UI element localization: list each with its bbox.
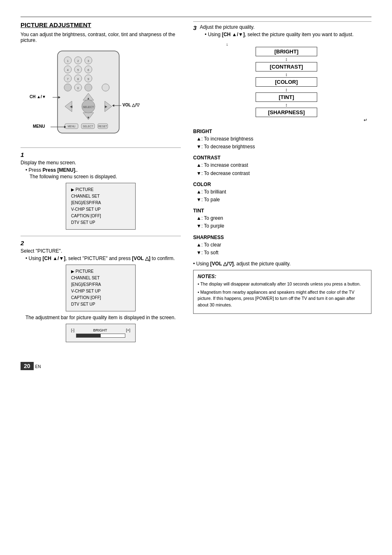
svg-text:6: 6 bbox=[88, 69, 89, 71]
menu-item-caption: CAPTION [OFF] bbox=[71, 213, 130, 219]
pq-arrow4: ↕ bbox=[285, 102, 288, 107]
svg-text:1: 1 bbox=[67, 60, 69, 62]
step2-text: Select "PICTURE". bbox=[21, 248, 181, 254]
top-divider bbox=[21, 16, 371, 17]
step3-number: 3 bbox=[193, 24, 196, 31]
vol-adjust-line: • Using [VOL △/▽], adjust the picture qu… bbox=[193, 261, 371, 267]
svg-text:7: 7 bbox=[67, 78, 69, 81]
svg-text:▶: ▶ bbox=[105, 105, 108, 108]
page-number: 20 bbox=[21, 362, 34, 370]
note1: • The display will disappear automatical… bbox=[198, 281, 367, 288]
svg-text:9: 9 bbox=[88, 78, 89, 81]
step1-text: Display the menu screen. bbox=[21, 160, 181, 166]
svg-text:5: 5 bbox=[77, 69, 79, 71]
adj-bar-labels: [-] BRIGHT [+] bbox=[71, 328, 130, 332]
step2-divider bbox=[21, 236, 181, 236]
step3-text: Adjust the picture quality. bbox=[200, 24, 353, 30]
sharpness-heading: SHARPNESS bbox=[193, 235, 371, 240]
sharpness-up: ▲: To clear bbox=[196, 241, 371, 249]
page-num-area: 20 EN bbox=[21, 362, 371, 370]
remote-diagram: 1 2 3 4 5 6 7 8 9 bbox=[21, 49, 148, 139]
svg-text:VOL △/▽: VOL △/▽ bbox=[122, 103, 140, 107]
pq-box-color: [COLOR] bbox=[256, 77, 317, 87]
svg-text:MENU: MENU bbox=[33, 124, 45, 129]
svg-text:4: 4 bbox=[67, 69, 69, 71]
adj-bar-left: [-] bbox=[71, 328, 74, 332]
contrast-heading: CONTRAST bbox=[193, 155, 371, 161]
tint-heading: TINT bbox=[193, 208, 371, 214]
right-column: 3 Adjust the picture quality. • Using [C… bbox=[193, 21, 371, 345]
menu-item-vchip: V-CHIP SET UP bbox=[71, 206, 130, 213]
page-lang: EN bbox=[35, 364, 41, 369]
pq-box-tint: [TINT] bbox=[256, 92, 317, 102]
pq-diagram: ↓ [BRIGHT] ↕ [CONTRAST] ↕ [COLOR] ↕ [TIN… bbox=[201, 41, 371, 123]
tint-up: ▲: To green bbox=[196, 214, 371, 222]
bright-heading: BRIGHT bbox=[193, 129, 371, 134]
menu-item-channel: CHANNEL SET bbox=[71, 193, 130, 200]
contrast-section: CONTRAST ▲: To increase contrast ▼: To d… bbox=[193, 155, 371, 177]
step2-menu-picture: ▶ PICTURE bbox=[71, 268, 130, 275]
pq-arrow2: ↕ bbox=[285, 72, 288, 77]
pq-return-arrow: ↵ bbox=[364, 117, 367, 123]
tint-down: ▼: To purple bbox=[196, 222, 371, 230]
step2-menu-channel: CHANNEL SET bbox=[71, 275, 130, 281]
step1-divider bbox=[21, 147, 181, 148]
svg-text:▼: ▼ bbox=[87, 116, 90, 120]
intro-text: You can adjust the brightness, contrast,… bbox=[21, 32, 181, 43]
step2-number: 2 bbox=[21, 240, 181, 246]
svg-text:RESET: RESET bbox=[98, 125, 107, 128]
contrast-up: ▲: To increase contrast bbox=[196, 161, 371, 169]
step2-menu-lang: [ENG]/ESP/FRA bbox=[71, 281, 130, 288]
color-section: COLOR ▲: To brilliant ▼: To pale bbox=[193, 182, 371, 204]
left-column: PICTURE ADJUSTMENT You can adjust the br… bbox=[21, 21, 181, 345]
step2-bullet1: • Using [CH ▲/▼], select "PICTURE" and p… bbox=[25, 256, 181, 261]
svg-text:0: 0 bbox=[77, 87, 79, 90]
sharpness-down: ▼: To soft bbox=[196, 249, 371, 257]
svg-text:SELECT: SELECT bbox=[83, 125, 93, 128]
svg-text:◀: ◀ bbox=[70, 105, 73, 108]
svg-point-23 bbox=[102, 84, 109, 91]
svg-text:3: 3 bbox=[88, 60, 89, 62]
svg-text:MENU: MENU bbox=[67, 125, 75, 128]
step3-bullet1: • Using [CH ▲/▼], select the picture qua… bbox=[205, 32, 353, 37]
step1-menu-box: ▶ PICTURE CHANNEL SET [ENG]/ESP/FRA V-CH… bbox=[66, 183, 136, 230]
step1-number: 1 bbox=[21, 151, 181, 158]
step2-bullet2: The adjustment bar for picture quality i… bbox=[25, 315, 181, 320]
step2-menu-dtv: DTV SET UP bbox=[71, 301, 130, 308]
notes-title: NOTES: bbox=[198, 274, 367, 279]
menu-item-lang: [ENG]/ESP/FRA bbox=[71, 200, 130, 206]
svg-text:2: 2 bbox=[77, 60, 79, 62]
adj-bar-filled bbox=[76, 334, 101, 337]
pq-arrow3: ↕ bbox=[285, 87, 288, 92]
bright-section: BRIGHT ▲: To increase brightness ▼: To d… bbox=[193, 129, 371, 151]
svg-text:8: 8 bbox=[77, 78, 79, 81]
adj-bar-box: [-] BRIGHT [+] bbox=[66, 324, 136, 342]
step2-menu-box: ▶ PICTURE CHANNEL SET [ENG]/ESP/FRA V-CH… bbox=[66, 265, 136, 311]
pq-box-sharpness: [SHARPNESS] bbox=[256, 108, 317, 117]
svg-point-19 bbox=[64, 84, 71, 91]
step2-menu-caption: CAPTION [OFF] bbox=[71, 295, 130, 301]
pq-box-bright: [BRIGHT] bbox=[256, 47, 317, 56]
contrast-down: ▼: To decrease contrast bbox=[196, 170, 371, 177]
section-title: PICTURE ADJUSTMENT bbox=[21, 21, 181, 28]
svg-text:SELECT: SELECT bbox=[83, 106, 94, 108]
remote-svg: 1 2 3 4 5 6 7 8 9 bbox=[21, 49, 148, 135]
menu-item-picture-1: ▶ PICTURE bbox=[71, 187, 130, 193]
tint-section: TINT ▲: To green ▼: To purple bbox=[193, 208, 371, 230]
step3-divider: 3 Adjust the picture quality. • Using [C… bbox=[193, 21, 371, 38]
pq-arrow1: ↕ bbox=[285, 57, 288, 62]
step1-bullet1: • Press Press [MENU].. bbox=[25, 167, 181, 173]
color-up: ▲: To brilliant bbox=[196, 188, 371, 196]
notes-box: NOTES: • The display will disappear auto… bbox=[193, 270, 371, 314]
menu-item-dtv: DTV SET UP bbox=[71, 219, 130, 226]
note2: • Magnetism from nearby appliances and s… bbox=[198, 289, 367, 309]
sharpness-section: SHARPNESS ▲: To clear ▼: To soft bbox=[193, 235, 371, 257]
pq-top-arrow: ↓ bbox=[226, 41, 228, 46]
adj-bar-center: BRIGHT bbox=[93, 328, 107, 332]
pq-box-contrast: [CONTRAST] bbox=[256, 62, 317, 71]
step2-menu-vchip: V-CHIP SET UP bbox=[71, 288, 130, 295]
svg-text:CH ▲/▼: CH ▲/▼ bbox=[30, 94, 46, 99]
bright-up: ▲: To increase brightness bbox=[196, 135, 371, 143]
bright-down: ▼: To decrease brightness bbox=[196, 143, 371, 151]
adj-bar-track bbox=[76, 334, 125, 338]
